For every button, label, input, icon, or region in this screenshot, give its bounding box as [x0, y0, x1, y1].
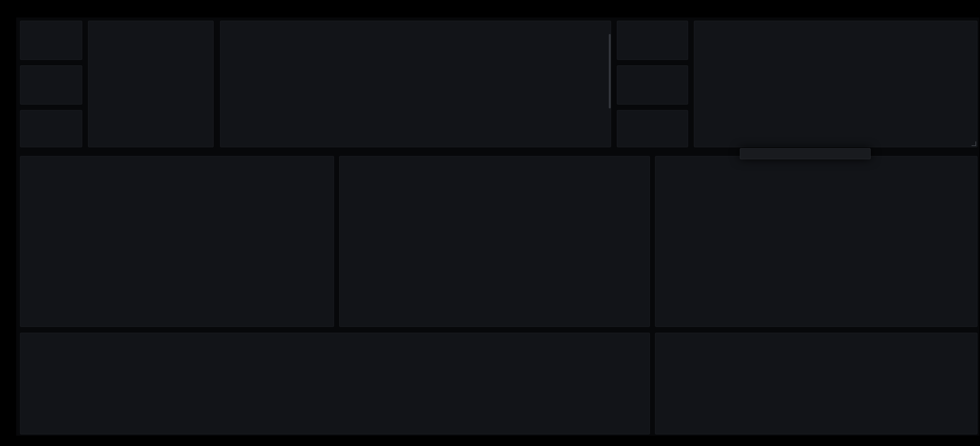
- stat-panel-total-memory: [20, 110, 82, 147]
- disk-usage-panel: [655, 333, 977, 434]
- disk-usage-chart[interactable]: [655, 333, 977, 434]
- stat-panel-cpu-cores: [20, 65, 82, 105]
- stat-panel-cpu-iowait: [617, 21, 688, 60]
- disk-space-table-panel: [220, 21, 611, 147]
- hourly-traffic-panel: [694, 21, 977, 147]
- disk-space-table: [225, 44, 608, 147]
- bar-gauge-panel: [88, 21, 213, 147]
- stat-panel-file-descriptors: [617, 110, 688, 147]
- table-scrollbar[interactable]: [609, 34, 611, 108]
- stat-panel-uptime: [20, 21, 82, 60]
- memory-info-panel: [339, 156, 650, 327]
- network-traffic-panel: [655, 156, 977, 327]
- hourly-traffic-chart[interactable]: [694, 21, 977, 147]
- cpu-temperature-panel: [20, 333, 650, 434]
- panel-resize-handle[interactable]: [972, 142, 976, 146]
- bar-gauge-list: [93, 24, 210, 146]
- memory-info-legend: [345, 277, 645, 327]
- hourly-traffic-title[interactable]: [694, 24, 977, 33]
- cpu-temperature-chart[interactable]: [21, 333, 650, 434]
- chart-tooltip: [740, 148, 870, 159]
- cpu-usage-panel: [20, 156, 334, 327]
- stat-panel-free-inodes: [617, 65, 688, 105]
- cpu-usage-legend: [26, 277, 329, 327]
- network-traffic-legend: [661, 277, 972, 327]
